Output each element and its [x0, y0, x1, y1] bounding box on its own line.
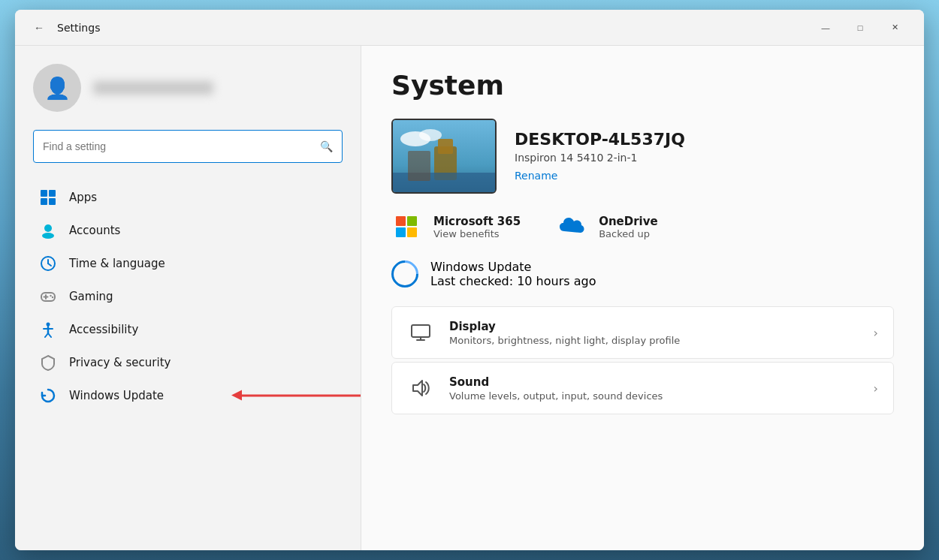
content-area: System	[361, 46, 924, 550]
search-icon: 🔍	[320, 140, 333, 152]
sound-setting[interactable]: Sound Volume levels, output, input, soun…	[391, 362, 894, 414]
close-button[interactable]: ✕	[877, 16, 912, 40]
accounts-label: Accounts	[69, 224, 120, 237]
display-setting[interactable]: Display Monitors, brightness, night ligh…	[391, 306, 894, 359]
sidebar: 👤 🔍	[15, 46, 361, 550]
microsoft365-info: Microsoft 365 View benefits	[433, 215, 521, 239]
arrow-line	[240, 395, 361, 397]
search-input[interactable]	[43, 140, 314, 152]
minimize-button[interactable]: —	[808, 16, 843, 40]
display-chevron: ›	[874, 326, 878, 340]
accessibility-label: Accessibility	[69, 323, 138, 336]
svg-point-4	[44, 224, 52, 232]
svg-rect-25	[412, 325, 430, 337]
svg-rect-24	[393, 173, 497, 194]
sidebar-item-apps[interactable]: Apps	[15, 181, 361, 214]
svg-rect-23	[438, 139, 453, 154]
sound-info: Sound Volume levels, output, input, soun…	[449, 375, 859, 402]
svg-point-12	[50, 295, 51, 297]
gaming-label: Gaming	[69, 290, 113, 303]
time-icon	[39, 254, 57, 272]
sidebar-item-time-language[interactable]: Time & language	[15, 247, 361, 280]
sidebar-item-accounts[interactable]: Accounts	[15, 214, 361, 247]
onedrive-icon	[557, 212, 587, 242]
apps-label: Apps	[69, 191, 97, 204]
accounts-icon	[39, 221, 57, 239]
person-icon: 👤	[44, 76, 71, 101]
windows-update-row-icon	[386, 255, 424, 294]
svg-rect-3	[49, 198, 56, 205]
svg-point-13	[52, 297, 53, 298]
titlebar: ← Settings — □ ✕	[15, 10, 924, 46]
arrow-head	[231, 390, 242, 401]
rename-link[interactable]: Rename	[515, 170, 557, 182]
nav-list: Apps Accounts	[15, 175, 361, 418]
microsoft365-subtitle: View benefits	[433, 228, 521, 239]
windows-update-subtitle: Last checked: 10 hours ago	[430, 274, 596, 288]
svg-point-21	[419, 129, 442, 141]
windows-update-title: Windows Update	[430, 260, 596, 274]
sound-subtitle: Volume levels, output, input, sound devi…	[449, 390, 859, 402]
svg-line-18	[48, 333, 51, 337]
avatar: 👤	[33, 64, 81, 112]
windows-update-info: Windows Update Last checked: 10 hours ag…	[430, 260, 596, 288]
gaming-icon	[39, 288, 57, 306]
back-button[interactable]: ←	[27, 16, 51, 40]
privacy-security-label: Privacy & security	[69, 356, 171, 369]
titlebar-nav: ← Settings	[27, 16, 808, 40]
maximize-button[interactable]: □	[843, 16, 877, 40]
arrow-annotation	[240, 395, 361, 397]
onedrive-info: OneDrive Backed up	[599, 215, 658, 239]
main-layout: 👤 🔍	[15, 46, 924, 550]
page-title: System	[391, 70, 894, 101]
services-row: Microsoft 365 View benefits OneDrive Bac…	[391, 212, 894, 242]
display-info: Display Monitors, brightness, night ligh…	[449, 320, 859, 346]
user-name	[93, 81, 213, 95]
sound-icon	[407, 375, 434, 402]
sidebar-item-gaming[interactable]: Gaming	[15, 280, 361, 313]
search-box: 🔍	[33, 130, 343, 163]
sidebar-item-privacy-security[interactable]: Privacy & security	[15, 346, 361, 379]
apps-icon	[39, 188, 57, 206]
svg-point-5	[42, 233, 54, 239]
windows-update-icon	[39, 387, 57, 405]
display-icon	[407, 319, 434, 346]
display-subtitle: Monitors, brightness, night light, displ…	[449, 335, 859, 346]
svg-rect-1	[49, 190, 56, 197]
device-thumbnail	[391, 119, 497, 194]
settings-window: ← Settings — □ ✕ 👤 🔍	[15, 10, 924, 550]
window-controls: — □ ✕	[808, 16, 912, 40]
privacy-icon	[39, 354, 57, 372]
sound-title: Sound	[449, 375, 859, 389]
search-section: 🔍	[15, 124, 361, 175]
svg-rect-0	[41, 190, 47, 197]
accessibility-icon	[39, 321, 57, 339]
onedrive-service[interactable]: OneDrive Backed up	[557, 212, 658, 242]
svg-line-8	[48, 263, 51, 266]
sidebar-item-windows-update[interactable]: Windows Update	[15, 379, 361, 412]
time-language-label: Time & language	[69, 257, 165, 270]
onedrive-subtitle: Backed up	[599, 228, 658, 239]
microsoft365-icon	[391, 212, 421, 242]
onedrive-title: OneDrive	[599, 215, 658, 228]
device-card: DESKTOP-4L537JQ Inspiron 14 5410 2-in-1 …	[391, 119, 894, 194]
microsoft365-title: Microsoft 365	[433, 215, 521, 228]
microsoft365-service[interactable]: Microsoft 365 View benefits	[391, 212, 521, 242]
window-title: Settings	[57, 22, 100, 34]
back-icon: ←	[34, 22, 44, 34]
sidebar-item-accessibility[interactable]: Accessibility	[15, 313, 361, 346]
device-model: Inspiron 14 5410 2-in-1	[515, 152, 894, 164]
sound-chevron: ›	[874, 381, 878, 396]
settings-list: Display Monitors, brightness, night ligh…	[391, 306, 894, 414]
device-name: DESKTOP-4L537JQ	[515, 130, 894, 149]
svg-marker-28	[413, 381, 422, 396]
device-info: DESKTOP-4L537JQ Inspiron 14 5410 2-in-1 …	[515, 130, 894, 182]
svg-rect-2	[41, 198, 47, 205]
windows-update-row[interactable]: Windows Update Last checked: 10 hours ag…	[391, 260, 894, 288]
windows-update-label: Windows Update	[69, 389, 164, 402]
user-section: 👤	[15, 46, 361, 124]
display-title: Display	[449, 320, 859, 333]
